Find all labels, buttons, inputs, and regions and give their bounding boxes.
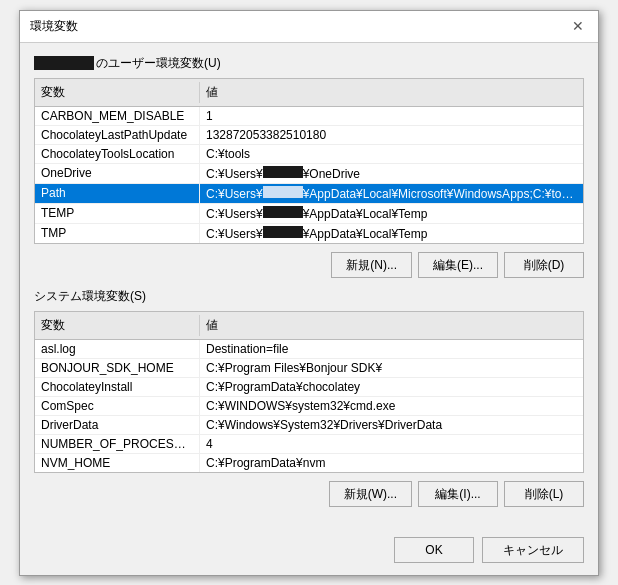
username-redact-block — [263, 186, 303, 198]
table-row[interactable]: NVM_HOMEC:¥ProgramData¥nvm — [35, 454, 583, 472]
row-value: C:¥Windows¥System32¥Drivers¥DriverData — [200, 416, 583, 434]
row-value: C:¥tools — [200, 145, 583, 163]
user-env-table: 変数 値 CARBON_MEM_DISABLE1ChocolateyLastPa… — [34, 78, 584, 244]
table-row[interactable]: OneDriveC:¥Users¥¥OneDrive — [35, 164, 583, 184]
environment-variables-dialog: 環境変数 ✕ のユーザー環境変数(U) 変数 値 CARBON_MEM_DISA… — [19, 10, 599, 576]
table-row[interactable]: ChocolateyInstallC:¥ProgramData¥chocolat… — [35, 378, 583, 397]
row-name: TMP — [35, 224, 200, 243]
table-row[interactable]: CARBON_MEM_DISABLE1 — [35, 107, 583, 126]
ok-button[interactable]: OK — [394, 537, 474, 563]
username-redact-block — [263, 206, 303, 218]
row-value: C:¥WINDOWS¥system32¥cmd.exe — [200, 397, 583, 415]
row-value: 132872053382510180 — [200, 126, 583, 144]
system-col-value-header: 値 — [200, 315, 583, 336]
row-name: Path — [35, 184, 200, 203]
row-value: C:¥Users¥¥AppData¥Local¥Temp — [200, 204, 583, 223]
system-env-table: 変数 値 asl.logDestination=fileBONJOUR_SDK_… — [34, 311, 584, 473]
table-row[interactable]: ChocolateyToolsLocationC:¥tools — [35, 145, 583, 164]
row-name: asl.log — [35, 340, 200, 358]
system-section-title: システム環境変数(S) — [34, 288, 584, 305]
row-name: TEMP — [35, 204, 200, 223]
dialog-title: 環境変数 — [30, 18, 78, 35]
row-value: C:¥Users¥¥AppData¥Local¥Microsoft¥Window… — [200, 184, 583, 203]
user-col-value-header: 値 — [200, 82, 583, 103]
row-name: ChocolateyInstall — [35, 378, 200, 396]
cancel-button[interactable]: キャンセル — [482, 537, 584, 563]
system-new-button[interactable]: 新規(W)... — [329, 481, 412, 507]
user-new-button[interactable]: 新規(N)... — [331, 252, 412, 278]
system-table-header: 変数 値 — [35, 312, 583, 340]
row-name: BONJOUR_SDK_HOME — [35, 359, 200, 377]
user-section-label: のユーザー環境変数(U) — [96, 56, 221, 70]
username-redact-block — [263, 166, 303, 178]
row-name: DriverData — [35, 416, 200, 434]
system-delete-button[interactable]: 削除(L) — [504, 481, 584, 507]
row-value: C:¥Users¥¥AppData¥Local¥Temp — [200, 224, 583, 243]
row-value: C:¥ProgramData¥chocolatey — [200, 378, 583, 396]
row-name: ChocolateyLastPathUpdate — [35, 126, 200, 144]
row-name: CARBON_MEM_DISABLE — [35, 107, 200, 125]
table-row[interactable]: PathC:¥Users¥¥AppData¥Local¥Microsoft¥Wi… — [35, 184, 583, 204]
user-table-header: 変数 値 — [35, 79, 583, 107]
user-section-title: のユーザー環境変数(U) — [34, 55, 584, 72]
row-value: Destination=file — [200, 340, 583, 358]
table-row[interactable]: ChocolateyLastPathUpdate1328720533825101… — [35, 126, 583, 145]
table-row[interactable]: TMPC:¥Users¥¥AppData¥Local¥Temp — [35, 224, 583, 243]
row-name: NVM_HOME — [35, 454, 200, 472]
table-row[interactable]: TEMPC:¥Users¥¥AppData¥Local¥Temp — [35, 204, 583, 224]
dialog-body: のユーザー環境変数(U) 変数 値 CARBON_MEM_DISABLE1Cho… — [20, 43, 598, 529]
system-section-label: システム環境変数(S) — [34, 289, 146, 303]
table-row[interactable]: BONJOUR_SDK_HOMEC:¥Program Files¥Bonjour… — [35, 359, 583, 378]
title-bar: 環境変数 ✕ — [20, 11, 598, 43]
row-name: NUMBER_OF_PROCESSORS — [35, 435, 200, 453]
system-btn-row: 新規(W)... 編集(I)... 削除(L) — [34, 481, 584, 507]
row-value: 4 — [200, 435, 583, 453]
user-col-name-header: 変数 — [35, 82, 200, 103]
table-row[interactable]: NUMBER_OF_PROCESSORS4 — [35, 435, 583, 454]
row-value: C:¥ProgramData¥nvm — [200, 454, 583, 472]
row-value: C:¥Program Files¥Bonjour SDK¥ — [200, 359, 583, 377]
row-value: 1 — [200, 107, 583, 125]
table-row[interactable]: asl.logDestination=file — [35, 340, 583, 359]
row-name: OneDrive — [35, 164, 200, 183]
system-col-name-header: 変数 — [35, 315, 200, 336]
table-row[interactable]: DriverDataC:¥Windows¥System32¥Drivers¥Dr… — [35, 416, 583, 435]
dialog-footer: OK キャンセル — [20, 529, 598, 575]
close-button[interactable]: ✕ — [568, 16, 588, 36]
system-edit-button[interactable]: 編集(I)... — [418, 481, 498, 507]
system-table-scroll[interactable]: asl.logDestination=fileBONJOUR_SDK_HOMEC… — [35, 340, 583, 472]
user-table-scroll[interactable]: CARBON_MEM_DISABLE1ChocolateyLastPathUpd… — [35, 107, 583, 243]
username-redact-block — [263, 226, 303, 238]
row-name: ChocolateyToolsLocation — [35, 145, 200, 163]
user-btn-row: 新規(N)... 編集(E)... 削除(D) — [34, 252, 584, 278]
user-edit-button[interactable]: 編集(E)... — [418, 252, 498, 278]
username-block — [34, 56, 94, 70]
row-name: ComSpec — [35, 397, 200, 415]
row-value: C:¥Users¥¥OneDrive — [200, 164, 583, 183]
user-delete-button[interactable]: 削除(D) — [504, 252, 584, 278]
table-row[interactable]: ComSpecC:¥WINDOWS¥system32¥cmd.exe — [35, 397, 583, 416]
